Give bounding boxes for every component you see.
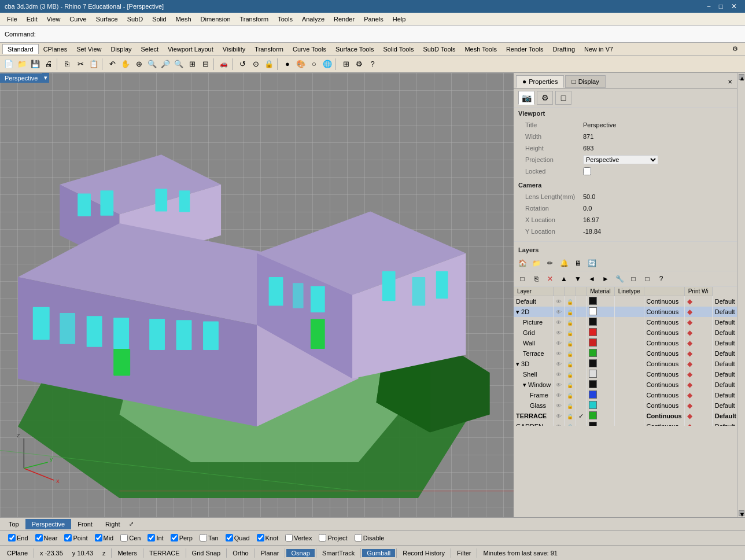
tab-cplanes[interactable]: CPlanes <box>39 45 72 54</box>
sphere-icon[interactable]: ○ <box>308 58 320 71</box>
vp-tab-right[interactable]: Right <box>99 519 127 529</box>
material-icon[interactable]: ● <box>281 58 294 71</box>
layer-visible-cell[interactable]: 👁 <box>554 359 565 369</box>
menu-transform[interactable]: Transform <box>235 14 274 24</box>
layer-color-cell[interactable] <box>587 421 615 426</box>
vp-tab-top[interactable]: Top <box>2 519 25 529</box>
layer-something2-btn[interactable]: □ <box>641 272 654 285</box>
snap-tan-checkbox[interactable] <box>200 534 207 541</box>
layer-lock-cell[interactable]: 🔒 <box>565 411 576 421</box>
layer-del-btn[interactable]: ✕ <box>544 272 556 285</box>
tab-transform[interactable]: Transform <box>250 45 288 54</box>
close-button[interactable]: ✕ <box>728 2 740 10</box>
viewport-dropdown[interactable]: ▾ <box>42 73 49 83</box>
layer-visible-cell[interactable]: 👁 <box>554 380 565 390</box>
layer-something1-btn[interactable]: □ <box>627 272 640 285</box>
layer-row[interactable]: Default👁🔒Continuous◆Default <box>514 296 737 307</box>
layer-color-cell[interactable] <box>587 400 615 411</box>
layer-row[interactable]: Terrace👁🔒Continuous◆Default <box>514 348 737 359</box>
undo-icon[interactable]: ↶ <box>106 58 119 71</box>
layers-icon[interactable]: ⊞ <box>340 58 352 71</box>
grid-snap-btn[interactable]: Grid Snap <box>187 549 226 557</box>
layer-row[interactable]: Glass👁🔒Continuous◆Default <box>514 400 737 411</box>
layer-color-cell[interactable] <box>587 317 615 327</box>
projection-select[interactable]: Perspective Parallel Two-Point Perspecti… <box>583 155 658 164</box>
paste-icon[interactable]: 📋 <box>87 58 100 71</box>
subtab-display[interactable]: □ <box>555 91 571 105</box>
snap-near-checkbox[interactable] <box>35 534 43 541</box>
layer-visible-cell[interactable]: 👁 <box>554 296 565 307</box>
layer-color-cell[interactable] <box>587 359 615 369</box>
zoom-sel-icon[interactable]: ⊞ <box>186 58 198 71</box>
snap-end-checkbox[interactable] <box>8 534 16 541</box>
layer-filter-btn[interactable]: 🔧 <box>613 272 626 285</box>
panel-close-icon[interactable]: ✕ <box>725 78 735 86</box>
menu-view[interactable]: View <box>42 14 65 24</box>
layer-visible-cell[interactable]: 👁 <box>554 327 565 338</box>
layer-row[interactable]: Wall👁🔒Continuous◆Default <box>514 338 737 348</box>
layer-row[interactable]: ▾ Window👁🔒Continuous◆Default <box>514 380 737 390</box>
tab-display[interactable]: □ Display <box>565 75 605 88</box>
tab-drafting[interactable]: Drafting <box>548 45 580 54</box>
snap-disable-checkbox[interactable] <box>355 534 362 541</box>
tab-subd-tools[interactable]: SubD Tools <box>418 45 460 54</box>
snap-cen-checkbox[interactable] <box>120 534 128 541</box>
layer-lock-cell[interactable]: 🔒 <box>565 338 576 348</box>
layer-help-btn[interactable]: ? <box>655 272 667 285</box>
layers-refresh-btn[interactable]: 🔄 <box>585 257 598 270</box>
snap-vertex-checkbox[interactable] <box>285 534 293 541</box>
vp-tab-front[interactable]: Front <box>71 519 99 529</box>
layers-bell-btn[interactable]: 🔔 <box>558 257 570 270</box>
layer-color-cell[interactable] <box>587 307 615 317</box>
menu-render[interactable]: Render <box>329 14 359 24</box>
layer-lock-cell[interactable]: 🔒 <box>565 390 576 400</box>
globe-icon[interactable]: 🌐 <box>321 58 334 71</box>
scroll-down-btn[interactable]: ▼ <box>739 510 744 516</box>
layer-lock-cell[interactable]: 🔒 <box>565 348 576 359</box>
layer-color-cell[interactable] <box>587 369 615 380</box>
smarttrack-btn[interactable]: SmartTrack <box>318 549 359 557</box>
vp-tab-perspective[interactable]: Perspective <box>25 519 71 529</box>
subtab-object[interactable]: ⚙ <box>537 91 553 105</box>
layer-color-cell[interactable] <box>587 380 615 390</box>
layer-color-cell[interactable] <box>587 296 615 307</box>
ortho-btn[interactable]: Ortho <box>228 549 253 557</box>
tab-display[interactable]: Display <box>106 45 136 54</box>
menu-subd[interactable]: SubD <box>123 14 148 24</box>
rotate-icon[interactable]: ↺ <box>236 58 249 71</box>
zoom-extents-icon[interactable]: ⊕ <box>132 58 145 71</box>
snap-icon[interactable]: ⊙ <box>249 58 262 71</box>
layer-lock-cell[interactable]: 🔒 <box>565 359 576 369</box>
new-icon[interactable]: 📄 <box>2 58 15 71</box>
menu-solid[interactable]: Solid <box>147 14 171 24</box>
layer-color-cell[interactable] <box>587 390 615 400</box>
layer-color-cell[interactable] <box>587 348 615 359</box>
layer-row[interactable]: Grid👁🔒Continuous◆Default <box>514 327 737 338</box>
snap-mid-checkbox[interactable] <box>95 534 102 541</box>
tab-visibility[interactable]: Visibility <box>218 45 250 54</box>
layer-row[interactable]: GARDEN👁🔒Continuous◆Default <box>514 421 737 426</box>
layer-color-cell[interactable] <box>587 327 615 338</box>
viewport-expand-btn[interactable]: ⤢ <box>127 520 136 528</box>
layer-up-btn[interactable]: ▲ <box>558 272 570 285</box>
filter-btn[interactable]: Filter <box>452 549 475 557</box>
layer-visible-cell[interactable]: 👁 <box>554 400 565 411</box>
viewport[interactable]: Perspective ▾ <box>0 73 514 517</box>
layer-visible-cell[interactable]: 👁 <box>554 390 565 400</box>
menu-edit[interactable]: Edit <box>22 14 42 24</box>
osnap-btn[interactable]: Osnap <box>286 549 314 557</box>
layer-right-btn[interactable]: ► <box>599 272 612 285</box>
tab-new-in-v7[interactable]: New in V7 <box>580 45 618 54</box>
menu-file[interactable]: File <box>2 14 22 24</box>
layer-visible-cell[interactable]: 👁 <box>554 369 565 380</box>
locked-checkbox[interactable] <box>583 167 591 175</box>
planar-btn[interactable]: Planar <box>256 549 284 557</box>
record-history-btn[interactable]: Record History <box>398 549 449 557</box>
properties-icon[interactable]: ⚙ <box>353 58 366 71</box>
layer-row[interactable]: ▾ 3D👁🔒Continuous◆Default <box>514 359 737 369</box>
layer-lock-cell[interactable]: 🔒 <box>565 400 576 411</box>
snap-knot-checkbox[interactable] <box>257 534 264 541</box>
print-icon[interactable]: 🖨 <box>42 58 55 71</box>
snap-int-checkbox[interactable] <box>147 534 155 541</box>
layer-lock-cell[interactable]: 🔒 <box>565 380 576 390</box>
